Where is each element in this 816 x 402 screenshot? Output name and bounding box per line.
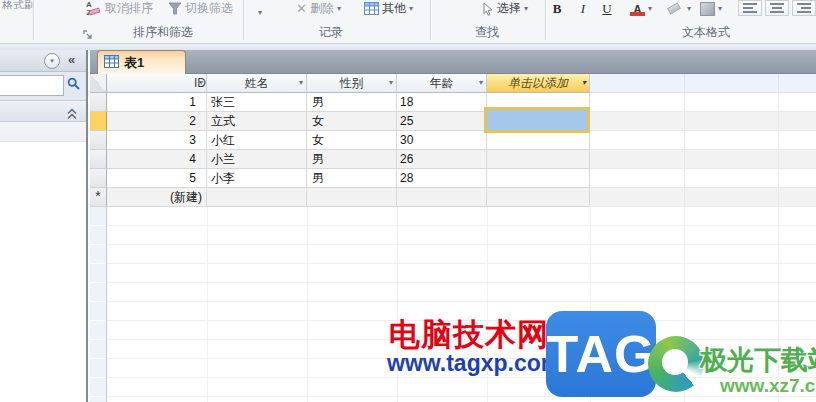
chevron-down-icon[interactable]: ▾ (582, 79, 586, 87)
chevron-down-icon[interactable]: ▾ (199, 79, 203, 87)
cell-id[interactable]: 5 (107, 169, 207, 188)
records-group-label: 记录 (319, 24, 343, 41)
tab-table1-label: 表1 (124, 54, 144, 72)
record-selector[interactable] (90, 169, 107, 188)
tag-logo-text: TAG (547, 324, 656, 384)
cell-age[interactable]: 28 (397, 169, 487, 188)
cell-gender[interactable] (307, 188, 397, 207)
asterisk-icon: * (95, 188, 100, 204)
delete-label: 删除 (310, 0, 334, 17)
column-header-age[interactable]: 年龄 ▾ (397, 74, 487, 93)
cell-id[interactable]: 2 (107, 112, 207, 131)
watermark-download-site-name: 极光下载站 (700, 342, 816, 378)
cell-age[interactable]: 25 (397, 112, 487, 131)
datasheet-header-row: ID ▾ 姓名 ▾ 性别 ▾ 年龄 ▾ 单击以添加 ▾ (90, 74, 816, 93)
nav-group-header[interactable] (0, 100, 86, 122)
cell-name[interactable] (207, 188, 307, 207)
cell-id[interactable]: 4 (107, 150, 207, 169)
watermark-site-url: www.tagxp.com (387, 350, 561, 377)
background-color-button[interactable]: ▾ (700, 0, 722, 17)
chevron-down-icon: ▾ (648, 5, 652, 13)
dialog-launcher-icon[interactable] (83, 26, 93, 44)
tab-table1[interactable]: 表1 (97, 50, 186, 74)
ribbon-group-divider (33, 0, 34, 40)
cell-age[interactable]: 18 (397, 93, 487, 112)
cell-age[interactable]: 26 (397, 150, 487, 169)
xz7-swirl-logo (648, 336, 704, 392)
select-button[interactable]: 选择 ▾ (482, 0, 528, 17)
column-header-gender[interactable]: 性别 ▾ (307, 74, 397, 93)
record-selector[interactable] (90, 131, 107, 150)
select-label: 选择 (497, 0, 521, 17)
cell-gender[interactable]: 女 (307, 112, 397, 131)
cell-gender[interactable]: 男 (307, 93, 397, 112)
chevron-down-icon[interactable]: ▾ (389, 79, 393, 87)
cursor-arrow-icon (482, 2, 494, 16)
cell-name[interactable]: 小兰 (207, 150, 307, 169)
delete-button[interactable]: ✕ 删除 ▾ (296, 0, 341, 17)
navigation-pane: ▾ « (0, 50, 88, 402)
more-button[interactable]: 其他 ▾ (364, 0, 413, 17)
access-window: 格式刷 AZ 取消排序 切换筛选 ▾ ✕ 删除 ▾ 其他 (0, 0, 816, 402)
search-icon[interactable] (67, 77, 81, 95)
sort-filter-group-label: 排序和筛选 (133, 24, 193, 41)
chevron-down-icon: ▾ (687, 5, 691, 13)
table-row[interactable]: 2 立式 女 25 (90, 112, 816, 131)
underline-button[interactable]: U (598, 0, 616, 17)
cancel-sort-button[interactable]: AZ 取消排序 (86, 0, 153, 17)
cell-gender[interactable]: 男 (307, 169, 397, 188)
bold-button[interactable]: B (548, 0, 566, 17)
search-input[interactable] (0, 75, 64, 96)
record-selector[interactable] (90, 150, 107, 169)
format-painter-label[interactable]: 格式刷 (2, 0, 35, 9)
record-selector[interactable] (90, 93, 107, 112)
cell-add[interactable] (487, 131, 590, 150)
cancel-sort-label: 取消排序 (105, 0, 153, 17)
column-header-name[interactable]: 姓名 ▾ (207, 74, 307, 93)
refresh-dropdown-button[interactable]: ▾ (258, 4, 262, 21)
cell-name[interactable]: 小红 (207, 131, 307, 150)
table-row[interactable]: 4 小兰 男 26 (90, 150, 816, 169)
cell-add[interactable] (487, 150, 590, 169)
table-row[interactable]: 1 张三 男 18 (90, 93, 816, 112)
table-row[interactable]: 5 小李 男 28 (90, 169, 816, 188)
more-label: 其他 (382, 0, 406, 17)
font-color-button[interactable]: A ▾ (630, 0, 652, 17)
table-row[interactable]: 3 小红 女 30 (90, 131, 816, 150)
cell-gender[interactable]: 男 (307, 150, 397, 169)
selected-cell[interactable] (484, 107, 590, 133)
cell-name[interactable]: 小李 (207, 169, 307, 188)
cell-add[interactable] (487, 169, 590, 188)
cell-add[interactable] (487, 188, 590, 207)
chevron-down-icon[interactable]: ▾ (299, 79, 303, 87)
align-left-button[interactable] (738, 0, 762, 16)
new-record-row[interactable]: * (新建) (90, 188, 816, 207)
cell-id[interactable]: 3 (107, 131, 207, 150)
row-filler (590, 188, 816, 207)
cell-name[interactable]: 张三 (207, 93, 307, 112)
align-center-button[interactable] (765, 0, 789, 16)
column-header-click-to-add[interactable]: 单击以添加 ▾ (487, 74, 590, 93)
select-all-corner[interactable] (90, 74, 107, 93)
bold-label: B (548, 1, 566, 17)
nav-menu-dropdown-button[interactable]: ▾ (44, 53, 60, 69)
record-selector-active[interactable] (90, 112, 107, 131)
italic-button[interactable]: I (574, 0, 592, 17)
highlight-color-button[interactable]: ▾ (666, 0, 691, 17)
cell-age[interactable] (397, 188, 487, 207)
shutter-bar-collapse-button[interactable]: « (68, 52, 75, 67)
delete-x-icon: ✕ (296, 2, 307, 15)
column-header-id[interactable]: ID ▾ (107, 74, 207, 93)
cell-name[interactable]: 立式 (207, 112, 307, 131)
text-format-group-label: 文本格式 (682, 24, 730, 41)
cell-gender[interactable]: 女 (307, 131, 397, 150)
chevron-down-icon[interactable]: ▾ (479, 79, 483, 87)
new-record-selector[interactable]: * (90, 188, 107, 207)
cell-id[interactable]: 1 (107, 93, 207, 112)
new-record-label[interactable]: (新建) (107, 188, 207, 207)
chevron-down-icon: ▾ (524, 5, 528, 13)
toggle-filter-button[interactable]: 切换筛选 (168, 0, 233, 17)
align-right-button[interactable] (792, 0, 816, 16)
cell-age[interactable]: 30 (397, 131, 487, 150)
chevron-down-icon: ▾ (50, 57, 54, 65)
